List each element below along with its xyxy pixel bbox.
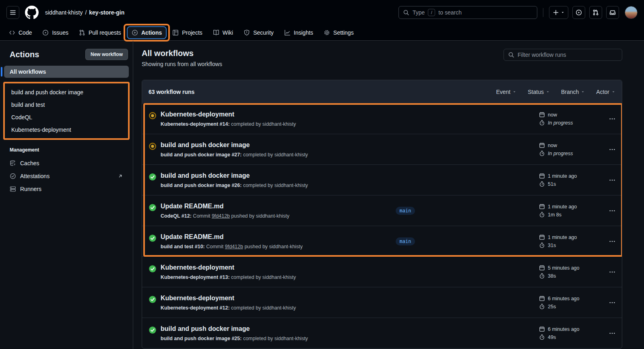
tab-security[interactable]: Security [239, 27, 278, 38]
tab-projects[interactable]: Projects [168, 27, 206, 38]
caret-down-icon [512, 90, 516, 94]
kebab-menu-button[interactable] [603, 238, 615, 245]
workflow-run-row[interactable]: Kubernetes-deployment Kubernetes-deploym… [142, 287, 622, 318]
tab-settings[interactable]: Settings [320, 27, 358, 38]
workflow-run-row[interactable]: Kubernetes-deployment Kubernetes-deploym… [142, 256, 622, 287]
caret-down-icon [561, 10, 565, 15]
selected-accent-bar [1, 67, 2, 77]
tab-issues[interactable]: Issues [38, 27, 72, 38]
kebab-menu-button[interactable] [603, 177, 615, 183]
run-subtitle: build and push docker image #27: complet… [161, 152, 308, 158]
branch-filter-dropdown[interactable]: Branch [561, 89, 585, 95]
run-time-info: 6 minutes ago 25s [539, 295, 603, 310]
stopwatch-icon [539, 212, 545, 218]
sidebar-item-caches[interactable]: Caches [10, 157, 123, 170]
run-title-link[interactable]: build and push docker image [161, 172, 250, 179]
annotation-box-sidebar-workflows: build and push docker image build and te… [3, 82, 130, 140]
caret-down-icon [546, 90, 550, 94]
kebab-menu-button[interactable] [603, 299, 615, 306]
tab-insights[interactable]: Insights [280, 27, 317, 38]
run-subtitle: build and push docker image #25: complet… [161, 336, 308, 341]
tab-pull-requests[interactable]: Pull requests [75, 27, 125, 38]
graph-icon [284, 29, 291, 36]
workflow-run-row[interactable]: Update README.md CodeQL #12: Commit 9fd4… [142, 195, 622, 226]
run-status-icon [149, 234, 157, 242]
user-avatar[interactable] [625, 6, 638, 19]
run-title-link[interactable]: build and push docker image [161, 325, 250, 332]
run-status-icon [149, 265, 157, 273]
tab-label: Insights [294, 29, 313, 36]
sidebar-item-workflow[interactable]: Kubernetes-deployment [5, 123, 128, 136]
workflow-run-row[interactable]: build and push docker image build and pu… [142, 134, 622, 164]
pull-requests-dashboard-button[interactable] [589, 6, 602, 19]
calendar-icon [539, 173, 545, 179]
issues-dashboard-button[interactable] [572, 6, 585, 19]
kebab-icon [609, 146, 615, 153]
git-pull-request-icon [79, 29, 85, 36]
run-time: 5 minutes ago [548, 265, 580, 271]
hamburger-menu-button[interactable] [6, 6, 19, 19]
filter-label: Actor [596, 89, 609, 95]
verified-icon [10, 173, 16, 179]
actor-filter-dropdown[interactable]: Actor [596, 89, 615, 95]
sidebar-item-all-workflows[interactable]: All workflows [4, 66, 129, 78]
run-time-info: 6 minutes ago 49s [539, 326, 603, 340]
sidebar-item-runners[interactable]: Runners [10, 183, 123, 195]
create-new-button[interactable] [549, 6, 568, 19]
run-title-link[interactable]: Kubernetes-deployment [161, 295, 234, 301]
tab-code[interactable]: Code [5, 27, 36, 38]
kebab-menu-button[interactable] [603, 208, 615, 214]
run-time-info: 1 minute ago 51s [539, 173, 603, 187]
sidebar-item-attestations[interactable]: Attestations [10, 170, 123, 183]
book-icon [213, 29, 219, 36]
kebab-menu-button[interactable] [603, 330, 615, 337]
sidebar-item-workflow[interactable]: build and test [5, 98, 128, 111]
status-filter-dropdown[interactable]: Status [528, 89, 550, 95]
workflow-run-row[interactable]: build and push docker image build and pu… [142, 164, 622, 195]
run-title-link[interactable]: Kubernetes-deployment [161, 264, 234, 271]
sidebar-item-workflow[interactable]: build and push docker image [5, 86, 128, 98]
stopwatch-icon [539, 242, 545, 248]
kebab-menu-button[interactable] [603, 269, 615, 275]
kebab-icon [609, 116, 615, 122]
workflow-run-row[interactable]: build and push docker image build and pu… [142, 318, 622, 348]
tab-label: Actions [141, 29, 162, 36]
run-title-link[interactable]: Update README.md [161, 203, 223, 210]
run-title-link[interactable]: build and push docker image [161, 141, 250, 148]
run-status-icon [149, 295, 157, 303]
run-time: 1 minute ago [548, 204, 577, 210]
kebab-menu-button[interactable] [603, 146, 615, 153]
tab-wiki[interactable]: Wiki [209, 27, 237, 38]
run-duration: 51s [548, 181, 556, 187]
commit-link[interactable]: 9fd412b [225, 244, 243, 249]
plus-icon [553, 9, 559, 16]
run-title-link[interactable]: Kubernetes-deployment [161, 111, 234, 118]
gear-icon [324, 29, 330, 36]
github-logo-icon[interactable] [25, 6, 39, 19]
search-icon [403, 9, 409, 16]
run-duration: In progress [548, 120, 573, 126]
new-workflow-button[interactable]: New workflow [85, 49, 128, 60]
tab-actions[interactable]: Actions [128, 27, 166, 38]
runs-count: 63 workflow runs [149, 89, 194, 95]
filter-workflow-runs-input[interactable]: Filter workflow runs [504, 49, 622, 61]
branch-badge[interactable]: main [396, 207, 415, 215]
run-status-icon [149, 112, 157, 120]
run-title-link[interactable]: Update README.md [161, 233, 223, 240]
inbox-button[interactable] [606, 6, 619, 19]
run-time-info: now In progress [539, 112, 603, 126]
commit-link[interactable]: 9fd412b [212, 213, 230, 219]
workflow-run-row[interactable]: Update README.md build and test #10: Com… [142, 226, 622, 256]
calendar-icon [539, 326, 545, 332]
breadcrumb-owner[interactable]: siddhant-khisty [45, 9, 83, 16]
inbox-icon [609, 9, 616, 16]
kebab-menu-button[interactable] [603, 116, 615, 122]
attestations-label: Attestations [20, 173, 50, 179]
kebab-icon [609, 330, 615, 337]
event-filter-dropdown[interactable]: Event [496, 89, 516, 95]
branch-badge[interactable]: main [396, 237, 415, 245]
global-search-input[interactable]: Type / to search [398, 6, 537, 19]
sidebar-item-workflow[interactable]: CodeQL [5, 111, 128, 123]
workflow-run-row[interactable]: Kubernetes-deployment Kubernetes-deploym… [142, 103, 622, 134]
breadcrumb-repo[interactable]: key-store-gin [89, 9, 124, 16]
